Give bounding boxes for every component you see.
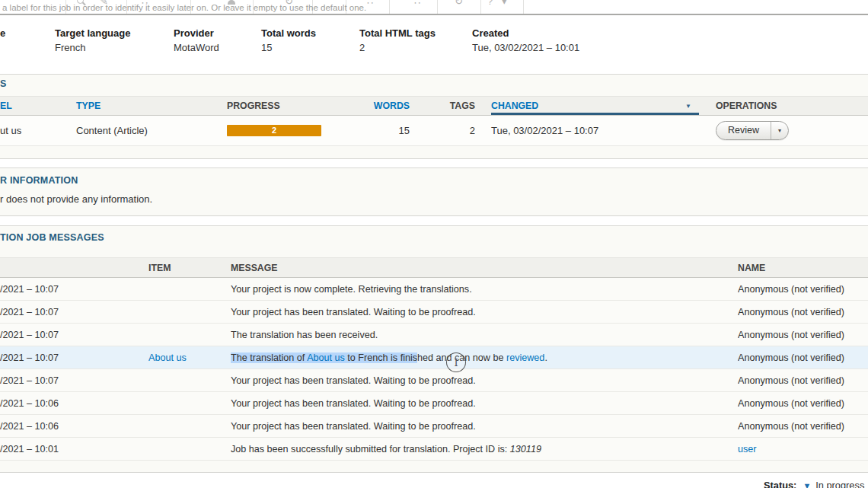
- refresh-icon-2[interactable]: ↻: [455, 0, 463, 7]
- job-summary: eTarget languageFrenchProviderMotaWordTo…: [0, 17, 868, 73]
- message-date: /2021 – 10:06: [0, 392, 148, 415]
- message-row: /2021 – 10:07Your project is now complet…: [0, 278, 868, 301]
- message-text: The translation of About us to French is…: [231, 346, 738, 369]
- job-items-table: EL TYPE PROGRESS WORDS TAGS CHANGED ▼ OP…: [0, 96, 868, 146]
- summary-field: Target languageFrench: [55, 27, 130, 53]
- summary-field-value: 15: [261, 42, 316, 53]
- message-segment: .: [544, 352, 547, 363]
- sort-words-header[interactable]: WORDS: [374, 100, 410, 111]
- toolbar-separator: [523, 0, 524, 14]
- summary-field: ProviderMotaWord: [174, 27, 219, 53]
- summary-field-label: Provider: [174, 27, 219, 39]
- message-item: [148, 392, 231, 415]
- summary-field-value: 2: [359, 42, 436, 53]
- item-header: ITEM: [148, 258, 231, 278]
- message-segment: The translation of: [231, 352, 307, 363]
- message-inline-link[interactable]: About us: [307, 352, 345, 363]
- message-row: /2021 – 10:07The translation has been re…: [0, 324, 868, 346]
- job-label-help-text: a label for this job in order to identif…: [2, 3, 366, 12]
- message-segment: Your project has been translated. Waitin…: [231, 421, 476, 432]
- job-item-words: 15: [372, 116, 410, 146]
- name-header: NAME: [738, 258, 868, 278]
- summary-field-value: MotaWord: [174, 42, 219, 53]
- sort-label-header[interactable]: EL: [0, 100, 12, 111]
- chevron-down-icon: ▾: [778, 127, 781, 134]
- help-icon[interactable]: ?: [487, 0, 493, 7]
- summary-field: Total words15: [261, 27, 316, 53]
- toolbar-separator: [437, 0, 438, 14]
- caret-down-icon[interactable]: ▾: [502, 0, 507, 7]
- message-item-link[interactable]: About us: [148, 352, 187, 363]
- summary-field: CreatedTue, 03/02/2021 – 10:01: [472, 27, 579, 53]
- message-inline-link[interactable]: reviewed: [506, 352, 544, 363]
- date-header: [0, 258, 148, 278]
- summary-field-label: Target language: [55, 27, 130, 39]
- job-item-tags: 2: [410, 116, 478, 146]
- review-button-group: Review ▾: [716, 121, 789, 140]
- job-messages-table: ITEM MESSAGE NAME /2021 – 10:07Your proj…: [0, 257, 868, 461]
- progress-header: PROGRESS: [227, 97, 372, 116]
- job-items-legend: S: [0, 78, 7, 89]
- operations-header: OPERATIONS: [716, 97, 868, 116]
- provider-information-legend: R INFORMATION: [0, 175, 78, 186]
- status-value: In progress: [815, 480, 864, 488]
- message-row: /2021 – 10:01Job has been successfully s…: [0, 438, 868, 461]
- summary-field-label: e: [0, 27, 5, 39]
- message-author: Anonymous (not verified): [738, 346, 868, 369]
- summary-field-label: Created: [472, 27, 579, 39]
- message-text: The translation has been received.: [231, 324, 738, 346]
- summary-field-value: French: [55, 42, 130, 53]
- message-text: Your project has been translated. Waitin…: [231, 301, 738, 324]
- message-item: [148, 369, 231, 392]
- message-text: Your project has been translated. Waitin…: [231, 369, 738, 392]
- summary-field-value: Tue, 03/02/2021 – 10:01: [472, 42, 579, 53]
- message-author: Anonymous (not verified): [738, 301, 868, 324]
- message-header: MESSAGE: [231, 258, 738, 278]
- sort-direction-icon[interactable]: ▼: [685, 103, 691, 110]
- job-items-section: S EL TYPE PROGRESS WORDS TAGS CHANGED ▼ …: [0, 74, 868, 159]
- toolbar-separator: [480, 0, 481, 14]
- summary-field: e: [0, 27, 5, 42]
- grid-icon[interactable]: ∷: [367, 0, 373, 7]
- message-segment: Your project is now complete. Retrieving…: [231, 284, 472, 295]
- message-row: /2021 – 10:07Your project has been trans…: [0, 301, 868, 324]
- message-author-link[interactable]: user: [738, 444, 757, 455]
- review-button[interactable]: Review: [716, 122, 771, 139]
- message-item: [148, 438, 231, 461]
- message-text: Your project is now complete. Retrieving…: [231, 278, 738, 301]
- message-row: /2021 – 10:07About usThe translation of …: [0, 346, 868, 369]
- job-items-header-row: EL TYPE PROGRESS WORDS TAGS CHANGED ▼ OP…: [0, 97, 868, 116]
- job-item-type: Content (Article): [76, 116, 227, 146]
- message-segment: Your project has been translated. Waitin…: [231, 375, 476, 386]
- message-segment: The translation has been received.: [231, 330, 378, 340]
- message-item: [148, 415, 231, 438]
- message-segment: Job has been successfully submitted for …: [231, 444, 510, 455]
- message-row: /2021 – 10:06Your project has been trans…: [0, 392, 868, 415]
- toolbar-separator: [389, 0, 390, 14]
- message-item: About us: [148, 346, 231, 369]
- summary-field: Total HTML tags2: [359, 27, 436, 53]
- message-author: Anonymous (not verified): [738, 392, 868, 415]
- message-author: Anonymous (not verified): [738, 415, 868, 438]
- summary-field-label: Total words: [261, 27, 316, 39]
- message-segment: Your project has been translated. Waitin…: [231, 398, 476, 409]
- message-date: /2021 – 10:07: [0, 346, 148, 369]
- admin-toolbar-faded: ✎∷↻∷∷↻?▾ a label for this job in order t…: [0, 0, 868, 15]
- grid-icon-2[interactable]: ∷: [414, 0, 420, 7]
- sort-changed-header[interactable]: CHANGED: [491, 100, 538, 111]
- sort-type-header[interactable]: TYPE: [76, 100, 101, 111]
- message-text: Your project has been translated. Waitin…: [231, 392, 738, 415]
- message-row: /2021 – 10:07Your project has been trans…: [0, 369, 868, 392]
- messages-header-row: ITEM MESSAGE NAME: [0, 258, 868, 278]
- message-segment: Your project has been translated. Waitin…: [231, 307, 476, 317]
- review-dropdown-toggle[interactable]: ▾: [771, 122, 788, 139]
- message-author: user: [738, 438, 868, 461]
- message-segment: hed and can now be: [417, 352, 506, 363]
- message-author: Anonymous (not verified): [738, 278, 868, 301]
- message-text: Job has been successfully submitted for …: [231, 438, 738, 461]
- message-item: [148, 301, 231, 324]
- message-date: /2021 – 10:07: [0, 301, 148, 324]
- job-messages-section: TION JOB MESSAGES ITEM MESSAGE NAME /202…: [0, 225, 868, 473]
- job-item-row: ut us Content (Article) 2 15 2 Tue, 03/0…: [0, 116, 868, 146]
- message-segment: 130119: [510, 444, 541, 455]
